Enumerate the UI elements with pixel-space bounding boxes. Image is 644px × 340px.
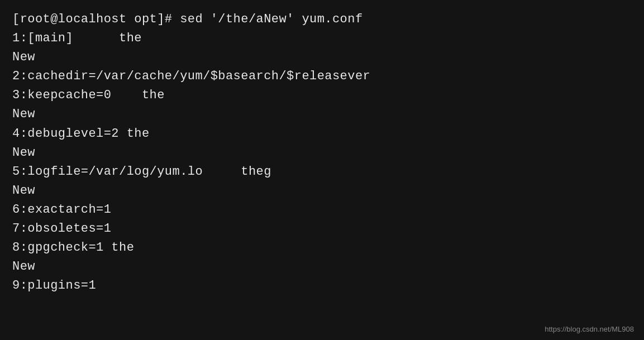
terminal-output: [root@localhost opt]# sed '/the/aNew' yu…: [12, 10, 632, 295]
terminal-line-line9: 9:plugins=1: [12, 276, 632, 295]
terminal-line-line8-new: New: [12, 257, 632, 276]
terminal-line-line1-new: New: [12, 48, 632, 67]
terminal-line-line6: 6:exactarch=1: [12, 200, 632, 219]
terminal-line-line5: 5:logfile=/var/log/yum.lo theg: [12, 162, 632, 181]
terminal-line-line5-new: New: [12, 181, 632, 200]
terminal-line-line1: 1:[main] the: [12, 29, 632, 48]
terminal-line-line7: 7:obsoletes=1: [12, 219, 632, 238]
watermark: https://blog.csdn.net/ML908: [545, 325, 634, 333]
terminal-line-line8: 8:gpgcheck=1 the: [12, 238, 632, 257]
terminal-window: [root@localhost opt]# sed '/the/aNew' yu…: [0, 0, 644, 340]
terminal-line-line3: 3:keepcache=0 the: [12, 86, 632, 105]
terminal-line-line4: 4:debuglevel=2 the: [12, 124, 632, 143]
terminal-line-line2: 2:cachedir=/var/cache/yum/$basearch/$rel…: [12, 67, 632, 86]
terminal-line-line3-new: New: [12, 105, 632, 124]
terminal-line-line4-new: New: [12, 143, 632, 162]
terminal-line-prompt: [root@localhost opt]# sed '/the/aNew' yu…: [12, 10, 632, 29]
